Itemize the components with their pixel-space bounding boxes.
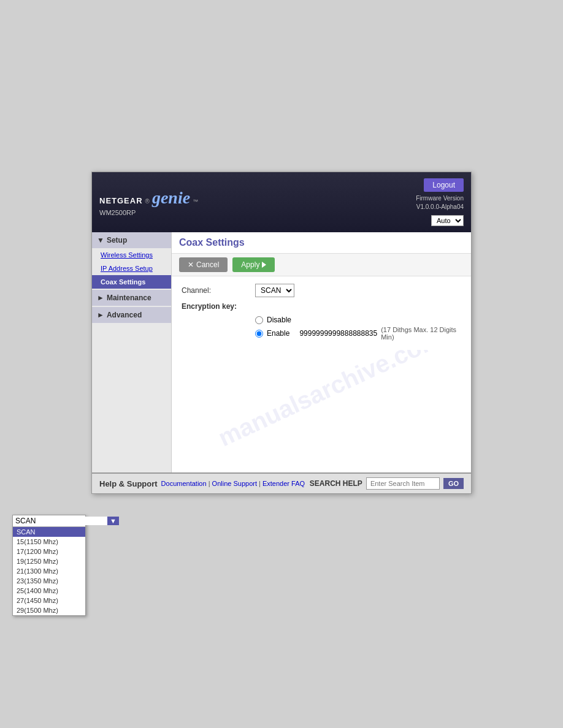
dropdown-option-19[interactable]: 19(1250 Mhz): [13, 556, 85, 566]
maintenance-label: Maintenance: [107, 294, 151, 302]
cancel-x-icon: ✕: [188, 260, 194, 269]
dropdown-container: ▼ SCAN 15(1150 Mhz) 17(1200 Mhz) 19(1250…: [6, 505, 86, 616]
dropdown-option-17[interactable]: 17(1200 Mhz): [13, 547, 85, 556]
sidebar: ▼ Setup Wireless Settings IP Address Set…: [92, 232, 172, 472]
form-area: Channel: SCAN Encryption key: Dis: [172, 276, 471, 350]
registered-icon: ®: [145, 198, 150, 205]
search-label: SEARCH HELP: [310, 479, 362, 488]
extender-faq-link[interactable]: Extender FAQ: [262, 480, 305, 487]
dropdown-option-23[interactable]: 23(1350 Mhz): [13, 576, 85, 586]
dropdown-option-29[interactable]: 29(1500 Mhz): [13, 605, 85, 615]
watermark: manualsarchive.com: [172, 350, 471, 472]
sidebar-item-wireless[interactable]: Wireless Settings: [92, 248, 171, 262]
disable-radio-row: Disable: [255, 316, 461, 324]
model-name: WM2500RP: [99, 209, 198, 216]
apply-arrow-icon: [262, 262, 266, 268]
dropdown-option-15[interactable]: 15(1150 Mhz): [13, 537, 85, 547]
dropdown-option-27[interactable]: 27(1450 Mhz): [13, 596, 85, 605]
footer: Help & Support Documentation | Online Su…: [92, 472, 471, 493]
encryption-section: Encryption key: Disable Enable: [182, 302, 461, 341]
trademark-symbol: ™: [193, 199, 198, 205]
enc-hint: (17 Dithgs Max. 12 Digits Min): [381, 326, 461, 341]
logout-button[interactable]: Logout: [424, 178, 464, 192]
apply-label: Apply: [241, 260, 259, 269]
router-ui: NETGEAR ® genie ™ WM2500RP Logout Firmwa…: [91, 172, 472, 494]
enc-value: 9999999999888888835: [299, 329, 377, 338]
enable-radio-row: Enable 9999999999888888835 (17 Dithgs Ma…: [182, 326, 461, 341]
dropdown-option-25[interactable]: 25(1400 Mhz): [13, 586, 85, 596]
channel-row: Channel: SCAN: [182, 284, 461, 297]
disable-label: Disable: [267, 316, 291, 324]
encryption-key-label: Encryption key:: [182, 302, 255, 311]
setup-arrow: ▼: [97, 236, 104, 245]
router-container: NETGEAR ® genie ™ WM2500RP Logout Firmwa…: [91, 172, 472, 494]
product-name: genie: [152, 188, 190, 208]
firmware-info: Firmware Version V1.0.0.0-Alpha04: [416, 194, 464, 211]
page-title: Coax Settings: [172, 232, 471, 254]
auto-select-container[interactable]: Auto: [431, 215, 464, 226]
auto-dropdown[interactable]: Auto: [431, 215, 464, 226]
advanced-section: ► Advanced: [92, 307, 171, 323]
online-support-link[interactable]: Online Support: [212, 480, 257, 487]
enable-radio[interactable]: [255, 330, 263, 338]
channel-select[interactable]: SCAN: [255, 284, 294, 297]
enable-radio-container: Enable: [255, 329, 289, 338]
help-title: Help & Support: [99, 479, 158, 488]
apply-button[interactable]: Apply: [232, 257, 275, 272]
enable-label: Enable: [267, 329, 289, 338]
firmware-label: Firmware Version: [416, 195, 464, 202]
maintenance-arrow: ►: [97, 294, 104, 302]
toolbar: ✕ Cancel Apply: [172, 254, 471, 276]
firmware-version: V1.0.0.0-Alpha04: [416, 203, 464, 210]
cancel-button[interactable]: ✕ Cancel: [179, 257, 228, 272]
dropdown-option-scan[interactable]: SCAN: [13, 527, 85, 537]
advanced-label: Advanced: [107, 311, 142, 319]
sidebar-item-coax[interactable]: Coax Settings: [92, 275, 171, 289]
advanced-header[interactable]: ► Advanced: [92, 307, 171, 323]
cancel-label: Cancel: [196, 260, 219, 269]
header-logo: NETGEAR ® genie ™ WM2500RP: [99, 188, 198, 216]
maintenance-header[interactable]: ► Maintenance: [92, 290, 171, 306]
dropdown-input[interactable]: [15, 517, 107, 525]
dropdown-arrow-button[interactable]: ▼: [107, 517, 119, 525]
disable-radio[interactable]: [255, 316, 263, 324]
watermark-text: manualsarchive.com: [214, 350, 446, 452]
search-input[interactable]: [366, 477, 440, 490]
documentation-link[interactable]: Documentation: [161, 480, 207, 487]
dropdown-option-21[interactable]: 21(1300 Mhz): [13, 566, 85, 576]
page-wrapper: NETGEAR ® genie ™ WM2500RP Logout Firmwa…: [0, 172, 563, 616]
main-panel: Coax Settings ✕ Cancel Apply: [172, 232, 471, 472]
setup-section: ▼ Setup Wireless Settings IP Address Set…: [92, 232, 171, 289]
go-button[interactable]: GO: [443, 478, 464, 489]
help-links: Documentation | Online Support | Extende…: [161, 480, 305, 487]
content-area: ▼ Setup Wireless Settings IP Address Set…: [92, 232, 471, 472]
advanced-arrow: ►: [97, 311, 104, 319]
setup-header[interactable]: ▼ Setup: [92, 232, 171, 248]
channel-dropdown-popup: ▼ SCAN 15(1150 Mhz) 17(1200 Mhz) 19(1250…: [12, 515, 86, 616]
brand-name: NETGEAR: [99, 196, 143, 205]
setup-label: Setup: [107, 236, 127, 245]
header-right: Logout Firmware Version V1.0.0.0-Alpha04…: [416, 178, 464, 226]
header: NETGEAR ® genie ™ WM2500RP Logout Firmwa…: [92, 172, 471, 232]
logo-text: NETGEAR ® genie ™: [99, 188, 198, 208]
encryption-key-row: Encryption key:: [182, 302, 461, 311]
sidebar-item-ip[interactable]: IP Address Setup: [92, 262, 171, 275]
search-section: SEARCH HELP GO: [310, 477, 464, 490]
channel-label: Channel:: [182, 286, 255, 295]
dropdown-header: ▼: [13, 515, 85, 527]
help-section: Help & Support Documentation | Online Su…: [99, 479, 305, 488]
maintenance-section: ► Maintenance: [92, 290, 171, 306]
